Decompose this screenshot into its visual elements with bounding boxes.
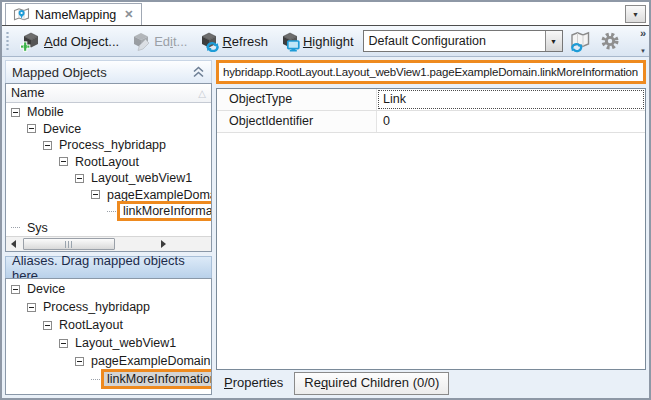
highlight-label: Highlight bbox=[303, 34, 354, 49]
tree-item-label: Process_hybridapp bbox=[56, 138, 169, 152]
properties-rows: ObjectTypeLinkObjectIdentifier0 bbox=[217, 89, 645, 133]
chevron-down-icon: ▼ bbox=[632, 11, 639, 18]
tree-item-RootLayout[interactable]: RootLayout bbox=[6, 154, 211, 171]
tree-item-label: Layout_webView1 bbox=[88, 171, 195, 185]
aliases-header: Aliases. Drag mapped objects here. bbox=[5, 256, 212, 278]
tree-item-label: Layout_webView1 bbox=[72, 336, 179, 350]
gear-icon bbox=[599, 30, 621, 52]
chevron-down-icon: ▼ bbox=[640, 48, 646, 54]
edit-icon bbox=[129, 30, 151, 52]
property-row-ObjectIdentifier[interactable]: ObjectIdentifier0 bbox=[217, 111, 645, 133]
toolbar: Add Object... Edit... bbox=[2, 26, 649, 57]
collapse-expander-icon[interactable] bbox=[27, 124, 36, 133]
tree-item-linkMoreInformation[interactable]: linkMoreInformation bbox=[6, 370, 211, 388]
tree-item-pageExampleDomain[interactable]: pageExampleDomain bbox=[6, 187, 211, 204]
chevron-right-icon: » bbox=[640, 28, 646, 38]
property-value[interactable]: 0 bbox=[377, 111, 645, 132]
tree-item-label: Device bbox=[24, 282, 68, 296]
tree-item-pageExampleDomain[interactable]: pageExampleDomain bbox=[6, 352, 211, 370]
edit-label: Edit... bbox=[154, 34, 187, 49]
property-value[interactable]: Link bbox=[377, 89, 645, 110]
aliases-tree: DeviceProcess_hybridappRootLayoutLayout_… bbox=[6, 279, 211, 394]
collapse-expander-icon[interactable] bbox=[43, 141, 52, 150]
collapse-expander-icon[interactable] bbox=[11, 285, 20, 294]
collapse-expander-icon[interactable] bbox=[27, 303, 36, 312]
scrollbar-track[interactable] bbox=[21, 237, 116, 251]
add-object-icon bbox=[19, 30, 41, 52]
scroll-right-icon[interactable] bbox=[116, 237, 211, 251]
tree-item-Device[interactable]: Device bbox=[6, 280, 211, 298]
tree-item-Sys[interactable]: Sys bbox=[6, 220, 211, 237]
tree-item-RootLayout[interactable]: RootLayout bbox=[6, 316, 211, 334]
tree-item-label: RootLayout bbox=[72, 155, 142, 169]
scrollbar-thumb[interactable] bbox=[23, 238, 115, 250]
refresh-label: Refresh bbox=[222, 34, 268, 49]
collapse-expander-icon[interactable] bbox=[11, 108, 20, 117]
collapse-panel-icon[interactable] bbox=[192, 66, 205, 78]
tree-item-label: pageExampleDomain bbox=[88, 354, 211, 368]
combo-dropdown-button[interactable]: ▼ bbox=[545, 31, 562, 51]
toolbar-overflow-button[interactable]: » ▼ bbox=[638, 26, 648, 56]
namemapping-window: NameMapping ✕ ▼ Add Object... bbox=[0, 0, 651, 400]
tab-namemapping[interactable]: NameMapping ✕ bbox=[5, 3, 142, 25]
close-icon[interactable]: ✕ bbox=[124, 8, 133, 21]
collapse-expander-icon[interactable] bbox=[91, 190, 100, 199]
highlight-icon bbox=[278, 30, 300, 52]
content-area: Mapped Objects Name △ MobileDeviceProces… bbox=[2, 57, 649, 398]
scroll-left-icon[interactable] bbox=[6, 237, 21, 251]
map-refresh-icon bbox=[568, 29, 592, 53]
aliases-tree-panel: DeviceProcess_hybridappRootLayoutLayout_… bbox=[5, 278, 212, 395]
collapse-expander-icon[interactable] bbox=[59, 157, 68, 166]
tab-title: NameMapping bbox=[35, 8, 116, 22]
tab-properties-label: Properties bbox=[224, 375, 283, 390]
tree-item-label: RootLayout bbox=[56, 318, 126, 332]
tree-item-label: linkMoreInformation bbox=[104, 372, 211, 386]
property-name: ObjectIdentifier bbox=[217, 111, 377, 132]
tree-connector-icon bbox=[107, 211, 116, 212]
edit-button[interactable]: Edit... bbox=[126, 28, 190, 54]
tab-properties[interactable]: Properties bbox=[216, 372, 289, 390]
refresh-button[interactable]: Refresh bbox=[194, 28, 271, 54]
collapse-expander-icon[interactable] bbox=[75, 357, 84, 366]
collapse-expander-icon[interactable] bbox=[43, 321, 52, 330]
mapped-objects-title: Mapped Objects bbox=[12, 65, 107, 80]
add-object-button[interactable]: Add Object... bbox=[16, 28, 122, 54]
thumb-grip-icon bbox=[65, 241, 74, 248]
tree-connector-icon bbox=[11, 227, 20, 228]
settings-button[interactable] bbox=[597, 29, 623, 53]
tree-item-Layout_webView1[interactable]: Layout_webView1 bbox=[6, 334, 211, 352]
tree-item-label: Process_hybridapp bbox=[40, 300, 153, 314]
toolbar-drag-handle[interactable] bbox=[5, 30, 10, 52]
tree-item-Process_hybridapp[interactable]: Process_hybridapp bbox=[6, 137, 211, 154]
tab-required-children[interactable]: Required Children (0/0) bbox=[294, 372, 449, 395]
tree-item-Process_hybridapp[interactable]: Process_hybridapp bbox=[6, 298, 211, 316]
configuration-value: Default Configuration bbox=[364, 31, 545, 51]
tree-item-label: linkMoreInformation bbox=[120, 204, 211, 218]
horizontal-scrollbar[interactable] bbox=[6, 236, 211, 251]
tab-required-children-label: Required Children (0/0) bbox=[304, 375, 439, 390]
tree-item-Layout_webView1[interactable]: Layout_webView1 bbox=[6, 170, 211, 187]
name-column-header[interactable]: Name △ bbox=[6, 84, 211, 103]
update-mapping-button[interactable] bbox=[567, 29, 593, 53]
name-column-label: Name bbox=[11, 86, 44, 100]
tree-connector-icon bbox=[91, 379, 100, 380]
property-name: ObjectType bbox=[217, 89, 377, 110]
mapped-objects-tree-panel: Name △ MobileDeviceProcess_hybridappRoot… bbox=[5, 83, 212, 252]
configuration-combobox[interactable]: Default Configuration ▼ bbox=[363, 30, 563, 52]
tree-item-label: pageExampleDomain bbox=[104, 188, 211, 202]
highlight-button[interactable]: Highlight bbox=[275, 28, 357, 54]
mapped-objects-header: Mapped Objects bbox=[5, 60, 212, 83]
collapse-expander-icon[interactable] bbox=[75, 174, 84, 183]
tree-item-label: Device bbox=[40, 122, 84, 136]
namemapping-map-icon bbox=[13, 7, 30, 22]
tree-item-Mobile[interactable]: Mobile bbox=[6, 104, 211, 121]
tree-item-linkMoreInformation[interactable]: linkMoreInformation bbox=[6, 203, 211, 220]
property-row-ObjectType[interactable]: ObjectTypeLink bbox=[217, 89, 645, 111]
left-column: Mapped Objects Name △ MobileDeviceProces… bbox=[5, 60, 212, 395]
tab-overflow-button[interactable]: ▼ bbox=[625, 5, 646, 23]
collapse-expander-icon[interactable] bbox=[59, 339, 68, 348]
tree-item-label: Mobile bbox=[24, 105, 67, 119]
chevron-down-icon: ▼ bbox=[550, 38, 557, 45]
properties-grid: ObjectTypeLinkObjectIdentifier0 bbox=[216, 88, 646, 370]
tree-item-Device[interactable]: Device bbox=[6, 121, 211, 138]
